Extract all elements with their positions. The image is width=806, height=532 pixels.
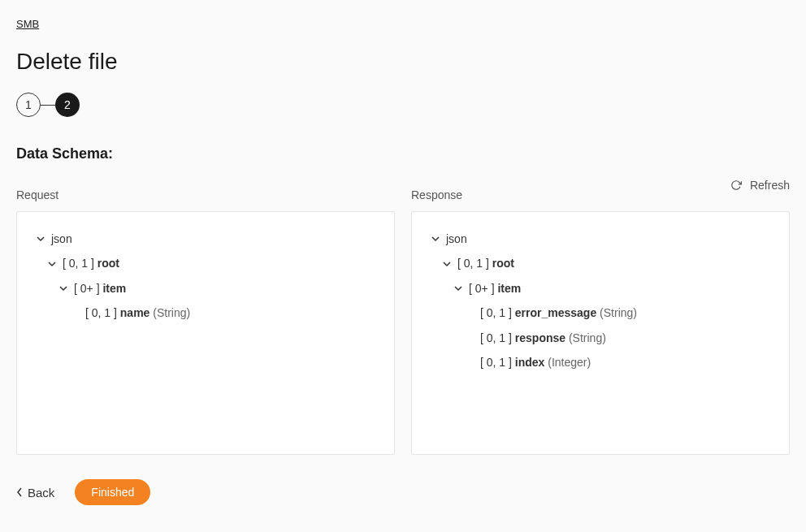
step-1[interactable]: 1: [16, 93, 41, 117]
breadcrumb[interactable]: SMB: [16, 18, 39, 30]
response-label: Response: [411, 188, 790, 201]
json-label: json: [51, 230, 72, 248]
footer-buttons: Back Finished: [16, 479, 790, 505]
item-cardinality: [ 0+ ] item: [74, 279, 126, 297]
tree-node-name[interactable]: [ 0, 1 ] name (String): [27, 301, 384, 325]
request-panel: json [ 0, 1 ] root [ 0+ ] item [ 0, 1 ] …: [16, 211, 395, 455]
item-cardinality: [ 0+ ] item: [469, 279, 521, 297]
tree-node-error-message[interactable]: [ 0, 1 ] error_message (String): [422, 301, 779, 325]
stepper: 1 2: [16, 93, 790, 117]
name-field: [ 0, 1 ] name (String): [85, 304, 190, 322]
response-field: [ 0, 1 ] response (String): [480, 329, 606, 347]
back-label: Back: [28, 486, 54, 500]
tree-node-json[interactable]: json: [27, 227, 384, 251]
back-button[interactable]: Back: [16, 486, 54, 500]
request-label: Request: [16, 188, 395, 201]
chevron-down-icon[interactable]: [46, 260, 58, 268]
step-2: 2: [55, 93, 80, 117]
root-cardinality: [ 0, 1 ] root: [63, 254, 119, 272]
step-connector: [41, 105, 55, 106]
chevron-down-icon[interactable]: [453, 284, 464, 292]
chevron-down-icon[interactable]: [441, 260, 453, 268]
chevron-down-icon[interactable]: [430, 235, 441, 243]
error-message-field: [ 0, 1 ] error_message (String): [480, 304, 637, 322]
section-title: Data Schema:: [16, 145, 790, 162]
tree-node-json[interactable]: json: [422, 227, 779, 251]
schema-panels: Request json [ 0, 1 ] root [ 0+ ] item: [16, 192, 790, 455]
tree-node-root[interactable]: [ 0, 1 ] root: [422, 251, 779, 275]
tree-node-response[interactable]: [ 0, 1 ] response (String): [422, 326, 779, 350]
response-panel-group: Response json [ 0, 1 ] root [ 0+ ] item: [411, 192, 790, 455]
response-panel: json [ 0, 1 ] root [ 0+ ] item [ 0, 1 ] …: [411, 211, 790, 455]
tree-node-index[interactable]: [ 0, 1 ] index (Integer): [422, 350, 779, 374]
finished-button[interactable]: Finished: [75, 479, 150, 505]
index-field: [ 0, 1 ] index (Integer): [480, 353, 591, 371]
chevron-left-icon: [16, 487, 23, 497]
json-label: json: [446, 230, 467, 248]
chevron-down-icon[interactable]: [58, 284, 69, 292]
request-panel-group: Request json [ 0, 1 ] root [ 0+ ] item: [16, 192, 395, 455]
page-title: Delete file: [16, 49, 790, 75]
chevron-down-icon[interactable]: [35, 235, 46, 243]
root-cardinality: [ 0, 1 ] root: [457, 254, 514, 272]
tree-node-root[interactable]: [ 0, 1 ] root: [27, 251, 384, 275]
tree-node-item[interactable]: [ 0+ ] item: [27, 276, 384, 301]
tree-node-item[interactable]: [ 0+ ] item: [422, 276, 779, 301]
